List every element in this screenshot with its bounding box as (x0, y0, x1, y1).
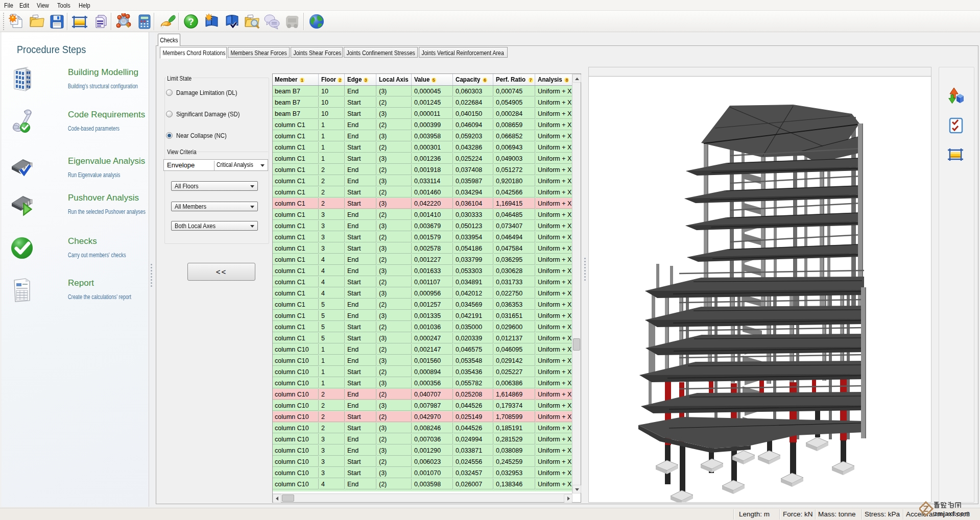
svg-text:?: ? (188, 16, 194, 27)
svg-text:zmjaxf.com: zmjaxf.com (934, 510, 970, 517)
